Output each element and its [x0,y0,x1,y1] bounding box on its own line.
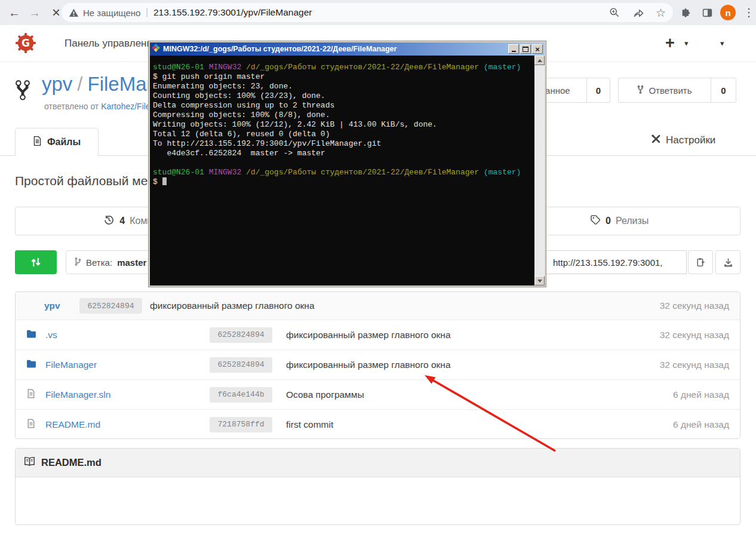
repo-owner-link[interactable]: ypv [42,73,72,95]
minimize-button[interactable] [508,44,519,54]
terminal-line: Writing objects: 100% (12/12), 2.42 KiB … [153,120,534,130]
terminal-line: Compressing objects: 100% (8/8), done. [153,111,534,120]
table-row: .vs 6252824894 фиксированный размер глав… [16,320,740,349]
tab-settings[interactable]: Настройки [651,134,715,147]
folder-icon [26,359,36,370]
browser-toolbar: ← → × Не защищено | 213.155.192.79:3001/… [0,0,756,26]
address-divider: | [146,3,148,22]
history-icon [103,214,115,228]
commit-sha-badge[interactable]: 7218758ffd [210,417,272,432]
nav-dashboard-link[interactable]: Панель управления [64,25,158,62]
msys-app-icon [152,44,160,54]
security-warning-icon [69,3,79,22]
close-button[interactable]: × [532,44,543,54]
share-icon[interactable] [633,3,644,22]
tools-icon [651,134,661,147]
tag-icon [590,214,601,228]
browser-back-button[interactable]: ← [5,0,24,25]
terminal-title: MINGW32:/d/_gogs/Работы студентов/2021-2… [163,45,507,53]
file-tab-icon [33,136,42,149]
bookmark-star-icon[interactable]: ☆ [656,3,666,22]
nav-user-menu-caret-icon[interactable]: ▾ [720,25,724,62]
terminal-cursor [162,177,167,185]
security-label: Не защищено [83,3,140,22]
commit-sha-badge[interactable]: 6252824894 [210,327,272,343]
browser-profile-avatar[interactable]: n [720,5,736,20]
nav-create-caret-icon[interactable]: ▾ [684,25,689,62]
terminal-line: To http://213.155.192.79:3001/ypv/FileMa… [153,139,534,149]
table-row: FileManager 6252824894 фиксированный раз… [16,349,740,379]
terminal-prompt-line: stud@N26-01 MINGW32 /d/_gogs/Работы студ… [153,63,534,72]
commit-author-link[interactable]: ypv [44,300,60,311]
zoom-page-icon[interactable] [609,3,620,22]
commit-time: 32 секунд назад [660,330,729,340]
tab-files[interactable]: Файлы [15,128,99,156]
commit-message[interactable]: Осова программы [286,389,364,400]
table-row: FileManager.sln f6ca4e144b Осова програм… [16,379,740,409]
commit-sha-badge[interactable]: 6252824894 [79,298,142,314]
file-table: ypv 6252824894 фиксированный размер глав… [15,291,740,439]
scroll-down-button[interactable] [534,276,545,286]
latest-commit-row: ypv 6252824894 фиксированный размер глав… [16,292,740,320]
terminal-scrollbar[interactable] [534,56,545,286]
commit-time: 32 секунд назад [660,300,729,311]
readme-header: README.md [16,449,740,477]
scroll-up-button[interactable] [534,56,545,65]
address-url: 213.155.192.79:3001/ypv/FileManager [153,3,312,22]
gogs-logo[interactable]: G [16,33,36,56]
folder-icon [26,329,36,340]
fork-button[interactable]: Ответвить 0 [618,78,736,103]
commit-time: 6 дней назад [673,389,729,400]
branch-icon [75,257,81,268]
file-link[interactable]: FileManager.sln [45,389,110,400]
fork-icon [637,85,644,96]
file-icon [27,418,35,431]
side-panel-icon[interactable] [697,0,717,25]
repo-title-separator: / [72,73,87,95]
readme-title: README.md [41,457,102,468]
clone-url-input[interactable] [545,250,687,274]
terminal-line: Counting objects: 100% (23/23), done. [153,91,534,101]
commit-time: 32 секунд назад [660,360,729,370]
terminal-line: Enumerating objects: 23, done. [153,82,534,91]
commit-message[interactable]: фиксированный размер главного окна [150,300,315,311]
svg-text:G: G [21,37,30,49]
commit-message[interactable]: фиксированный размер главного окна [286,330,451,340]
page: ← → × Не защищено | 213.155.192.79:3001/… [0,0,756,534]
commit-sha-badge[interactable]: 6252824894 [210,357,272,373]
terminal-blank-line [153,158,534,168]
mingw-terminal-window: MINGW32:/d/_gogs/Работы студентов/2021-2… [148,41,546,287]
fork-count-badge[interactable]: 0 [711,78,736,102]
maximize-button[interactable] [520,44,531,54]
terminal-line: Total 12 (delta 6), reused 0 (delta 0) [153,130,534,139]
file-link[interactable]: FileManager [45,360,97,370]
download-archive-button[interactable] [715,250,740,274]
terminal-line: Delta compression using up to 2 threads [153,101,534,111]
repo-forked-icon [16,79,30,104]
terminal-line: $ git push origin master [153,72,534,82]
copy-clone-url-button[interactable] [688,250,713,274]
commit-message[interactable]: фиксированный размер главного окна [286,360,451,370]
address-bar[interactable]: Не защищено | 213.155.192.79:3001/ypv/Fi… [62,3,673,22]
nav-create-new-button[interactable]: + [665,25,675,62]
commit-time: 6 дней назад [673,419,729,430]
compare-button[interactable] [15,250,57,274]
file-link[interactable]: README.md [45,419,100,430]
file-icon [27,388,35,401]
terminal-titlebar[interactable]: MINGW32:/d/_gogs/Работы студентов/2021-2… [150,42,545,56]
terminal-line: e4de3cf..6252824 master -> master [153,149,534,158]
readme-panel: README.md [15,448,740,525]
file-link[interactable]: .vs [45,330,57,340]
browser-menu-icon[interactable]: ⋮ [739,0,756,25]
commit-sha-badge[interactable]: f6ca4e144b [210,387,272,403]
extensions-puzzle-icon[interactable] [676,0,695,25]
table-row: README.md 7218758ffd first commit 6 дней… [16,409,740,439]
commit-message[interactable]: first commit [286,419,333,430]
star-count-badge[interactable]: 0 [586,78,610,102]
terminal-screen[interactable]: stud@N26-01 MINGW32 /d/_gogs/Работы студ… [150,56,534,286]
terminal-input-line: $ [153,177,534,187]
current-branch-name: master [117,257,146,268]
book-icon [24,456,35,469]
browser-forward-button[interactable]: → [25,0,44,25]
terminal-prompt-line: stud@N26-01 MINGW32 /d/_gogs/Работы студ… [153,168,534,177]
